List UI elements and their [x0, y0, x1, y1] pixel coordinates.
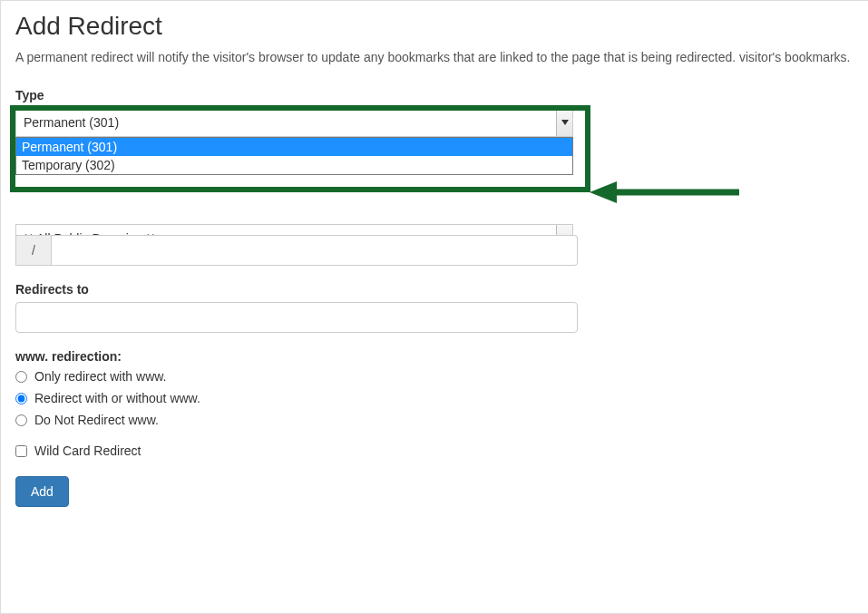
type-dropdown-list[interactable]: Permanent (301) Temporary (302) [15, 137, 573, 175]
www-option-with-or-without[interactable]: Redirect with or without www. [15, 391, 853, 405]
www-option-label: Do Not Redirect www. [34, 413, 159, 427]
type-selected-value: Permanent (301) [24, 115, 119, 130]
www-radio-do-not[interactable] [15, 414, 27, 426]
www-option-label: Redirect with or without www. [34, 391, 200, 405]
www-radio-only-with[interactable] [15, 371, 27, 383]
svg-marker-0 [561, 120, 569, 125]
type-option-temporary[interactable]: Temporary (302) [16, 156, 572, 174]
add-redirect-panel: Add Redirect A permanent redirect will n… [0, 0, 868, 614]
www-option-only-with[interactable]: Only redirect with www. [15, 369, 853, 384]
redirects-to-input[interactable] [15, 302, 578, 333]
page-title: Add Redirect [15, 12, 853, 41]
wildcard-label: Wild Card Redirect [34, 443, 141, 458]
path-prefix: / [15, 235, 52, 266]
type-option-permanent[interactable]: Permanent (301) [16, 138, 572, 156]
dropdown-arrow-icon[interactable] [556, 109, 572, 136]
wildcard-checkbox[interactable] [15, 445, 27, 457]
type-select[interactable]: Permanent (301) [15, 108, 573, 137]
www-option-label: Only redirect with www. [34, 369, 166, 384]
redirects-to-label: Redirects to [15, 282, 853, 297]
www-option-do-not[interactable]: Do Not Redirect www. [15, 413, 853, 427]
www-redirection-label: www. redirection: [15, 349, 853, 364]
page-description: A permanent redirect will notify the vis… [15, 48, 853, 66]
www-redirection-group: www. redirection: Only redirect with www… [15, 349, 853, 427]
www-radio-with-or-without[interactable] [15, 393, 27, 404]
redirects-to-group: Redirects to [15, 282, 853, 333]
add-button[interactable]: Add [15, 476, 69, 507]
wildcard-row[interactable]: Wild Card Redirect [15, 443, 853, 458]
type-form-group: Type Permanent (301) Permanent (301) Tem… [15, 88, 853, 137]
path-input[interactable] [52, 235, 578, 266]
path-form-group: / [15, 235, 853, 266]
type-label: Type [15, 88, 853, 102]
